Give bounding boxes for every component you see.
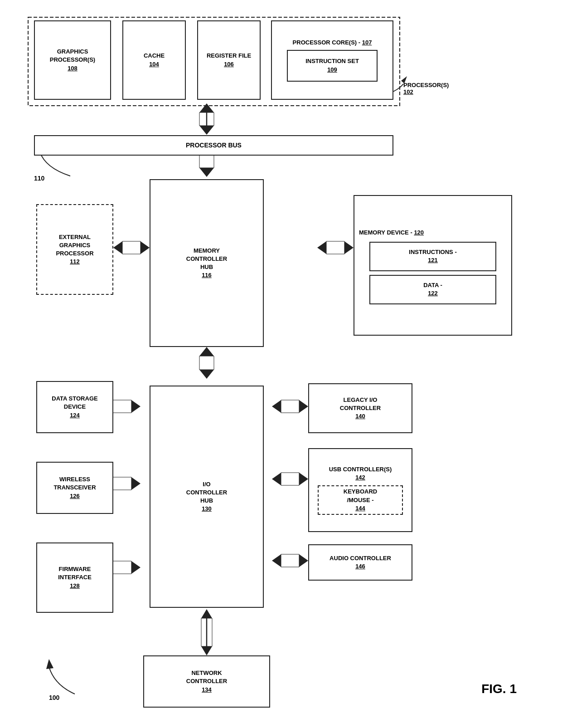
svg-marker-11 [199,168,214,177]
keyboard-mouse-box: KEYBOARD/MOUSE - 144 [318,485,403,515]
usb-controller-box: USB CONTROLLER(S) 142 KEYBOARD/MOUSE - 1… [308,448,412,532]
instructions-box: INSTRUCTIONS - 121 [369,242,496,271]
diagram: PROCESSOR(S) 102 GRAPHICS PROCESSOR(S) 1… [0,0,562,728]
firmware-interface-box: FIRMWAREINTERFACE 128 [36,542,113,613]
svg-marker-71 [201,646,212,655]
processors-label: PROCESSOR(S) 102 [403,82,449,95]
svg-marker-16 [113,241,122,254]
label-100: 100 [49,694,59,701]
svg-marker-35 [131,400,140,413]
svg-marker-72 [201,609,212,618]
processor-bus-box: PROCESSOR BUS [34,135,393,156]
svg-marker-59 [299,473,308,485]
svg-marker-17 [140,241,150,254]
svg-marker-28 [199,347,214,356]
register-file-box: REGISTER FILE 106 [197,20,261,100]
external-graphics-box: EXTERNALGRAPHICSPROCESSOR 112 [36,204,113,295]
svg-marker-41 [131,477,140,490]
figure-label: FIG. 1 [481,682,517,696]
audio-controller-box: AUDIO CONTROLLER 146 [308,544,412,581]
label-110: 110 [34,175,44,182]
legacy-io-box: LEGACY I/OCONTROLLER 140 [308,383,412,433]
wireless-transceiver-box: WIRELESSTRANSCEIVER 126 [36,462,113,514]
cache-box: CACHE 104 [122,20,186,100]
data-box: DATA - 122 [369,275,496,304]
graphics-processor-box: GRAPHICS PROCESSOR(S) 108 [34,20,111,100]
network-controller-box: NETWORKCONTROLLER 134 [143,655,270,708]
svg-marker-22 [317,241,326,254]
svg-marker-64 [272,554,281,567]
svg-marker-58 [272,473,281,485]
memory-device-box: MEMORY DEVICE - 120 INSTRUCTIONS - 121 D… [354,195,512,336]
svg-marker-4 [199,103,214,112]
instruction-set-box: INSTRUCTION SET 109 [287,50,378,82]
svg-marker-29 [199,370,214,379]
svg-marker-65 [299,554,308,567]
svg-marker-53 [299,400,308,413]
processor-core-box: PROCESSOR CORE(S) - 107 INSTRUCTION SET … [271,20,393,100]
memory-controller-hub-box: MEMORYCONTROLLERHUB 116 [150,179,264,347]
svg-marker-52 [272,400,281,413]
svg-marker-5 [199,126,214,135]
io-controller-hub-box: I/OCONTROLLERHUB 130 [150,386,264,608]
svg-marker-78 [46,659,53,669]
data-storage-box: DATA STORAGEDEVICE 124 [36,381,113,433]
diagram-arrows [0,0,562,728]
svg-marker-23 [344,241,354,254]
svg-marker-47 [131,561,140,574]
